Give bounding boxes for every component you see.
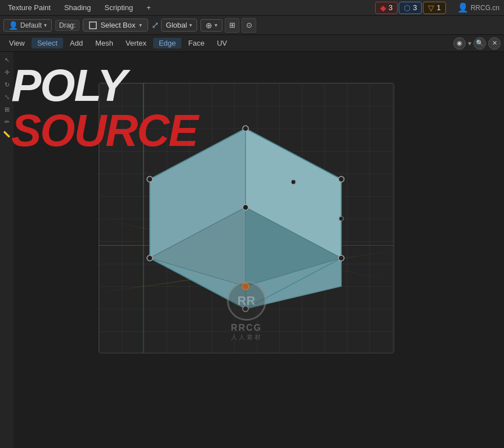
chevron-down-icon: ▾ xyxy=(44,22,47,28)
main-area: POLY SOURCE pect ↖ ✛ ↻ ⤡ ⊞ ✏ 📏 xyxy=(0,52,504,448)
chevron-down-icon: ▾ xyxy=(468,39,471,47)
viewport-controls-right: ◉ ▾ 🔍 ✕ xyxy=(453,37,501,50)
person-icon: 👤 xyxy=(8,21,18,30)
toolbar2: 👤 Default ▾ Drag: Select Box ▾ ⤢ Global … xyxy=(0,16,504,35)
user-badge: 👤 RRCG.cn xyxy=(457,2,499,13)
rrcg-subtitle: 人人素材 xyxy=(231,333,262,341)
menu-texture-paint[interactable]: Texture Paint xyxy=(5,2,54,13)
search-button[interactable]: 🔍 xyxy=(474,37,486,50)
brand-watermark: POLY SOURCE xyxy=(0,63,282,153)
vertex-mode-button[interactable]: ◆ 3 xyxy=(375,2,398,14)
rrcg-watermark: RR RRCG 人人素材 xyxy=(227,281,266,341)
svg-point-21 xyxy=(339,216,344,221)
edge-count: 3 xyxy=(413,3,417,12)
face-menu[interactable]: Face xyxy=(182,38,210,48)
add-workspace-button[interactable]: + xyxy=(143,2,154,13)
rrcg-logo: RR xyxy=(227,281,266,321)
uv-menu[interactable]: UV xyxy=(211,38,233,48)
edge-mode-button[interactable]: ⬡ 3 xyxy=(399,2,422,14)
viewport-toggle-button[interactable]: ◉ xyxy=(453,37,466,50)
source-text: SOURCE xyxy=(11,105,197,156)
proportional-button[interactable]: ⊙ xyxy=(242,18,256,33)
brand-title: POLY SOURCE xyxy=(11,63,270,153)
close-icon: ✕ xyxy=(492,39,497,47)
rrcg-name: RRCG xyxy=(231,323,262,333)
menu-shading[interactable]: Shading xyxy=(61,2,95,13)
view-menu[interactable]: View xyxy=(3,38,30,48)
search-icon: 🔍 xyxy=(476,39,484,47)
global-dropdown[interactable]: Global ▾ xyxy=(161,19,198,32)
svg-point-18 xyxy=(243,205,248,210)
vertex-icon: ◆ xyxy=(380,3,386,12)
circle-icon: ◉ xyxy=(457,39,462,47)
face-icon: ▽ xyxy=(428,3,434,12)
face-count: 1 xyxy=(436,3,440,12)
transform-icon: ⤢ xyxy=(151,20,159,30)
edge-menu[interactable]: Edge xyxy=(153,38,181,48)
mode-buttons: ◆ 3 ⬡ 3 ▽ 1 xyxy=(375,2,446,14)
snap-icon: ⊞ xyxy=(229,21,235,29)
global-label: Global xyxy=(166,21,188,29)
select-box-dropdown[interactable]: Select Box ▾ xyxy=(83,19,148,32)
default-label: Default xyxy=(20,21,42,29)
poly-text: POLY xyxy=(11,60,125,110)
mesh-menu[interactable]: Mesh xyxy=(90,38,119,48)
select-box-label: Select Box xyxy=(100,21,135,29)
drag-text: Drag: xyxy=(59,21,75,29)
vertex-count: 3 xyxy=(389,3,393,12)
proportional-icon: ⊙ xyxy=(246,21,252,29)
snap-button[interactable]: ⊞ xyxy=(225,18,239,33)
select-box-icon xyxy=(89,21,97,29)
select-menu[interactable]: Select xyxy=(32,38,63,48)
vertex-menu[interactable]: Vertex xyxy=(120,38,152,48)
edge-icon: ⬡ xyxy=(404,3,411,12)
global-chevron-icon: ▾ xyxy=(189,22,192,28)
svg-point-15 xyxy=(338,255,344,261)
svg-point-20 xyxy=(291,180,296,184)
user-label: RRCG.cn xyxy=(471,4,499,12)
user-avatar: 👤 xyxy=(457,2,469,13)
svg-point-14 xyxy=(147,176,153,182)
top-menubar: Texture Paint Shading Scripting + ◆ 3 ⬡ … xyxy=(0,0,504,16)
toolbar3: View Select Add Mesh Vertex Edge Face UV… xyxy=(0,35,504,52)
close-button[interactable]: ✕ xyxy=(488,37,501,50)
face-mode-button[interactable]: ▽ 1 xyxy=(423,2,445,14)
menu-scripting[interactable]: Scripting xyxy=(101,2,137,13)
default-dropdown[interactable]: 👤 Default ▾ xyxy=(3,19,52,32)
rrcg-logo-text: RR xyxy=(238,294,256,308)
add-menu[interactable]: Add xyxy=(64,38,88,48)
select-chevron-icon: ▾ xyxy=(139,22,142,28)
svg-point-13 xyxy=(338,176,344,182)
pivot-group: ⊕ ▾ ⊞ ⊙ xyxy=(200,18,256,33)
pivot-dropdown[interactable]: ⊕ ▾ xyxy=(200,19,222,32)
pivot-chevron-icon: ▾ xyxy=(215,22,217,28)
svg-point-16 xyxy=(147,255,153,261)
pivot-icon: ⊕ xyxy=(206,21,212,30)
transform-group: ⤢ Global ▾ xyxy=(151,19,198,32)
drag-label: Drag: xyxy=(55,20,79,31)
